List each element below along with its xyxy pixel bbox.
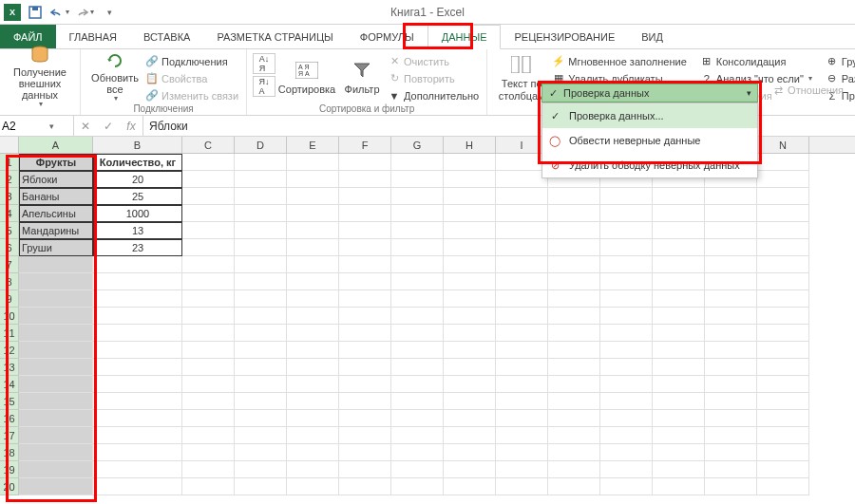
cell[interactable] <box>339 239 391 256</box>
col-header-a[interactable]: A <box>19 137 93 153</box>
cell[interactable] <box>600 427 653 444</box>
cell[interactable] <box>391 359 444 376</box>
cell[interactable] <box>19 478 93 495</box>
cell[interactable] <box>600 308 653 325</box>
cell[interactable] <box>391 290 444 308</box>
cell[interactable] <box>182 256 235 273</box>
cell[interactable] <box>235 273 287 290</box>
cell[interactable] <box>444 444 496 461</box>
name-box[interactable]: ▾ <box>0 116 74 136</box>
row-header[interactable]: 15 <box>0 393 19 410</box>
menu-data-validation[interactable]: ✓ Проверка данных... <box>542 103 757 128</box>
cell[interactable] <box>705 461 757 478</box>
cell[interactable] <box>757 410 809 427</box>
cell[interactable] <box>287 325 339 342</box>
cell[interactable] <box>93 342 182 359</box>
col-header-i[interactable]: I <box>496 137 548 153</box>
cell[interactable] <box>287 273 339 290</box>
cell[interactable] <box>757 342 809 359</box>
cell[interactable] <box>339 427 391 444</box>
cell[interactable] <box>182 427 235 444</box>
cell[interactable] <box>19 461 93 478</box>
cell[interactable] <box>496 410 548 427</box>
cell[interactable] <box>600 393 653 410</box>
cell[interactable] <box>600 273 653 290</box>
cell[interactable] <box>496 171 548 188</box>
cell[interactable] <box>339 171 391 188</box>
row-header[interactable]: 4 <box>0 205 19 222</box>
properties-button[interactable]: 📋Свойства <box>143 70 240 86</box>
flash-fill-button[interactable]: ⚡Мгновенное заполнение <box>550 53 689 69</box>
cell[interactable] <box>548 376 600 393</box>
cell[interactable] <box>287 376 339 393</box>
cell[interactable] <box>182 205 235 222</box>
cell[interactable] <box>705 393 757 410</box>
cell[interactable] <box>235 444 287 461</box>
cell[interactable] <box>339 478 391 495</box>
cell[interactable] <box>93 478 182 495</box>
cell[interactable] <box>444 239 496 256</box>
cell[interactable] <box>653 376 705 393</box>
cell[interactable] <box>444 427 496 444</box>
group-button[interactable]: ⊕Группировать <box>824 53 855 69</box>
cell[interactable] <box>182 393 235 410</box>
cell[interactable] <box>19 256 93 273</box>
cell[interactable] <box>93 325 182 342</box>
cell[interactable] <box>339 256 391 273</box>
row-header[interactable]: 13 <box>0 359 19 376</box>
cell[interactable] <box>653 359 705 376</box>
cell[interactable] <box>287 393 339 410</box>
cell[interactable] <box>391 171 444 188</box>
cell[interactable] <box>600 188 653 205</box>
menu-clear-circles[interactable]: ⊘ Удалить обводку неверных данных <box>542 153 757 177</box>
cell[interactable] <box>705 427 757 444</box>
cell[interactable] <box>182 171 235 188</box>
cell[interactable] <box>339 273 391 290</box>
cell[interactable] <box>600 325 653 342</box>
cell[interactable] <box>235 376 287 393</box>
tab-formulas[interactable]: ФОРМУЛЫ <box>347 25 428 48</box>
cell[interactable] <box>287 222 339 239</box>
cell[interactable] <box>182 461 235 478</box>
cell[interactable] <box>182 154 235 171</box>
tab-view[interactable]: ВИД <box>628 25 676 48</box>
row-header[interactable]: 1 <box>0 154 19 171</box>
cell[interactable] <box>653 273 705 290</box>
cell[interactable] <box>705 188 757 205</box>
cell[interactable] <box>496 205 548 222</box>
cell[interactable] <box>19 359 93 376</box>
cell[interactable] <box>235 154 287 171</box>
cell[interactable] <box>182 359 235 376</box>
cell[interactable] <box>705 222 757 239</box>
reapply-button[interactable]: ↻Повторить <box>386 70 481 86</box>
cell[interactable] <box>339 359 391 376</box>
cell[interactable] <box>705 290 757 308</box>
cell[interactable] <box>653 478 705 495</box>
cell[interactable] <box>391 154 444 171</box>
cell[interactable] <box>235 325 287 342</box>
cell[interactable] <box>391 273 444 290</box>
cell[interactable] <box>182 444 235 461</box>
cell[interactable] <box>235 461 287 478</box>
col-header-g[interactable]: G <box>391 137 444 153</box>
cell[interactable] <box>757 222 809 239</box>
cell[interactable] <box>496 427 548 444</box>
cell[interactable] <box>444 410 496 427</box>
cell[interactable] <box>235 256 287 273</box>
cell[interactable] <box>757 273 809 290</box>
cell[interactable] <box>757 171 809 188</box>
cell[interactable]: Мандарины <box>19 222 93 239</box>
cell[interactable] <box>548 427 600 444</box>
cell[interactable] <box>391 308 444 325</box>
cell[interactable] <box>444 376 496 393</box>
cell[interactable] <box>444 325 496 342</box>
undo-button[interactable] <box>49 2 70 23</box>
tab-data[interactable]: ДАННЫЕ <box>428 25 502 49</box>
cell[interactable] <box>653 427 705 444</box>
cell[interactable]: Груши <box>19 239 93 256</box>
cell[interactable] <box>339 393 391 410</box>
cell[interactable] <box>339 290 391 308</box>
cell[interactable] <box>391 205 444 222</box>
cell[interactable] <box>653 256 705 273</box>
cell[interactable]: 23 <box>93 239 182 256</box>
